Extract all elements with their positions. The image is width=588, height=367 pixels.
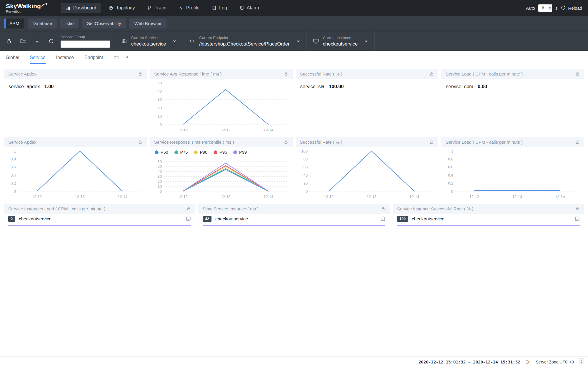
nav-item-label: Topology — [116, 5, 135, 11]
lock-icon[interactable] — [2, 38, 16, 44]
svg-text:12-14: 12-14 — [264, 195, 273, 199]
download-icon[interactable] — [30, 38, 44, 44]
chevron-down-icon — [296, 39, 301, 43]
value-badge: 100 — [397, 216, 408, 222]
nav-item-profile[interactable]: Profile — [174, 3, 204, 13]
card-service-load-metric: Service Load ( CPM - calls per minute ) … — [441, 69, 584, 134]
legend-item-p50[interactable]: P50 — [155, 150, 168, 155]
zone-stepper[interactable] — [579, 358, 584, 365]
svg-text:12-13: 12-13 — [221, 128, 230, 132]
refresh-icon[interactable] — [44, 38, 58, 44]
card-service-load-chart: Service Load ( CPM - calls per minute ) … — [441, 137, 584, 201]
tab-global[interactable]: Global — [6, 51, 19, 64]
svg-text:0: 0 — [14, 189, 16, 194]
metric-value: 0.00 — [478, 84, 487, 89]
lock-icon[interactable] — [575, 140, 580, 144]
card-header: Service Instance Successful Rate ( % ) — [393, 204, 584, 214]
card-slow-service-instance: Slow Service Instance ( ms ) 42 checkout… — [198, 204, 390, 229]
card-avg-response-time: Service Avg Response Time ( ms ) 0102030… — [150, 69, 293, 134]
svg-text:0.8: 0.8 — [448, 157, 453, 161]
nav-item-alarm[interactable]: Alarm — [234, 3, 264, 13]
card-successful-rate-metric: Successful Rate ( % ) service_sla 100.00 — [296, 69, 439, 134]
lock-icon[interactable] — [186, 207, 191, 211]
svg-text:50: 50 — [157, 164, 161, 169]
selector-value: /hipstershop.CheckoutService/PlaceOrder — [199, 41, 289, 47]
svg-text:12-13: 12-13 — [512, 195, 522, 199]
lock-icon[interactable] — [138, 140, 142, 144]
download-icon[interactable] — [125, 55, 130, 60]
auto-interval-value[interactable]: 6 — [538, 4, 548, 12]
tab-service[interactable]: Service — [30, 51, 45, 64]
nav-item-trace[interactable]: Trace — [142, 3, 171, 13]
seconds-label: s — [555, 6, 558, 11]
time-range-picker[interactable]: 2020-12-12 15:01:32 ~ 2020-12-14 15:31:3… — [419, 360, 520, 364]
list-icon[interactable] — [380, 216, 385, 221]
svg-text:0.2: 0.2 — [448, 181, 453, 185]
lock-icon[interactable] — [284, 140, 288, 144]
lock-icon[interactable] — [284, 72, 288, 76]
reload-button[interactable]: Reload — [561, 5, 582, 11]
lock-icon[interactable] — [575, 207, 580, 211]
svg-text:30: 30 — [157, 174, 161, 179]
metric-name: service_sla — [300, 84, 325, 89]
list-item[interactable]: 42 checkoutservice — [203, 215, 385, 222]
nav-item-topology[interactable]: Topology — [104, 3, 140, 13]
current-endpoint-selector[interactable]: Current Endpoint /hipstershop.CheckoutSe… — [183, 31, 306, 51]
svg-text:12-14: 12-14 — [264, 128, 273, 132]
nav-item-label: Log — [219, 5, 227, 11]
card-service-apdex-chart: Service Apdex 00.20.40.60.8112-1212-1312… — [4, 137, 147, 201]
folder-icon[interactable] — [16, 38, 30, 44]
dashboard-grid: Service Apdex service_apdex 1.00 Service… — [0, 64, 588, 234]
chevron-down-icon — [172, 39, 177, 43]
layer-tab-apm[interactable]: APM — [4, 19, 24, 29]
service-load-chart: 00.20.40.60.8112-1212-1312-14 — [441, 147, 584, 201]
legend-dot — [194, 150, 198, 154]
list-icon[interactable] — [186, 216, 191, 221]
nav-item-log[interactable]: Log — [207, 3, 232, 13]
nav-item-dashboard[interactable]: Dashboard — [61, 3, 101, 13]
lock-icon[interactable] — [429, 72, 434, 76]
card-row: Service Instances Load ( CPM - calls per… — [4, 204, 584, 229]
auto-interval-input[interactable]: 6 — [538, 4, 552, 12]
load-bar — [8, 225, 191, 226]
load-bar — [203, 225, 385, 226]
language-toggle[interactable]: En — [525, 360, 530, 364]
layer-tab-selfobservability[interactable]: SelfObservability — [82, 19, 126, 29]
log-icon — [212, 6, 216, 10]
list-icon[interactable] — [575, 216, 580, 221]
lock-icon[interactable] — [138, 72, 142, 76]
nav-item-label: Trace — [154, 5, 166, 11]
tab-label: Service — [30, 55, 45, 60]
endpoint-icon — [189, 38, 195, 44]
legend-item-p75[interactable]: P75 — [174, 150, 188, 155]
lock-icon[interactable] — [575, 72, 580, 76]
list-item[interactable]: 100 checkoutservice — [397, 215, 580, 222]
card-title: Service Load ( CPM - calls per minute ) — [446, 140, 523, 145]
folder-icon[interactable] — [114, 55, 119, 60]
instance-name: checkoutservice — [215, 216, 377, 222]
list-item[interactable]: 0 checkoutservice — [8, 215, 191, 222]
layer-tab-web-browser[interactable]: Web Browser — [129, 19, 167, 29]
layer-tab-database[interactable]: Database — [28, 19, 57, 29]
svg-text:0: 0 — [160, 189, 162, 194]
card-header: Successful Rate ( % ) — [296, 137, 439, 147]
lock-icon[interactable] — [429, 140, 434, 144]
svg-text:12-12: 12-12 — [469, 195, 479, 199]
layer-tab-istio[interactable]: Istio — [60, 19, 79, 29]
current-instance-selector[interactable]: Current Instance checkoutservice — [307, 31, 374, 51]
layer-tab-label: APM — [9, 21, 19, 26]
legend-item-p99[interactable]: P99 — [233, 150, 247, 155]
legend-item-p95[interactable]: P95 — [214, 150, 227, 155]
service-group-input[interactable] — [61, 41, 110, 48]
tab-endpoint[interactable]: Endpoint — [84, 51, 103, 64]
dashboard-icon — [66, 6, 71, 10]
legend-item-p90[interactable]: P90 — [194, 150, 207, 155]
tab-instance[interactable]: Instance — [56, 51, 74, 64]
logo-swoosh-icon — [41, 3, 47, 9]
instance-icon — [313, 38, 319, 44]
service-group-label: Service Group — [61, 35, 110, 39]
nav-item-label: Dashboard — [73, 5, 96, 11]
spinner-arrows-icon[interactable] — [548, 4, 552, 12]
current-service-selector[interactable]: Current Service checkoutservice — [115, 31, 183, 51]
lock-icon[interactable] — [381, 207, 385, 211]
